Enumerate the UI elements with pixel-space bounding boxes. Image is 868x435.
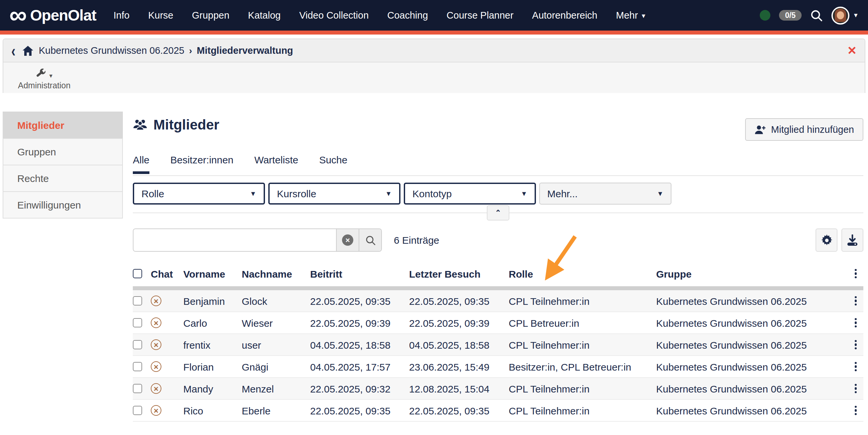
collapse-filters-button[interactable]: ⌃ [487, 205, 509, 220]
row-checkbox[interactable] [133, 406, 142, 415]
page-title: Mitglieder [153, 117, 219, 133]
sidebar-item-label: Einwilligungen [17, 199, 81, 211]
back-chevron-icon[interactable]: ‹ [11, 42, 16, 58]
col-beitritt[interactable]: Beitritt [310, 268, 409, 279]
filter-dropdown[interactable]: Kontotyp ▼ [404, 183, 536, 205]
tab[interactable]: Suche [319, 154, 347, 174]
user-menu[interactable]: ▼ [832, 6, 859, 24]
cell-nachname: Menzel [242, 383, 310, 394]
row-checkbox[interactable] [133, 384, 142, 393]
col-gruppe[interactable]: Gruppe [656, 268, 843, 279]
table-search-row: ✕ 6 Einträge [133, 228, 439, 252]
cell-vorname: Florian [183, 361, 242, 372]
breadcrumb-current: Mitgliederverwaltung [197, 45, 293, 56]
filter-dropdown[interactable]: Rolle ▼ [133, 183, 265, 205]
col-rolle[interactable]: Rolle [509, 268, 656, 279]
column-options-kebab-icon[interactable] [855, 269, 863, 278]
sidebar-item-label: Gruppen [17, 146, 56, 157]
chat-offline-icon[interactable]: ✕ [151, 296, 161, 306]
sidebar-item-label: Rechte [17, 173, 49, 184]
presence-status-icon [760, 10, 770, 21]
chat-offline-icon[interactable]: ✕ [151, 317, 161, 328]
search-icon [365, 235, 376, 245]
nav-more-menu[interactable]: Mehr▼ [616, 10, 647, 21]
chat-offline-icon[interactable]: ✕ [151, 405, 161, 416]
content-area: Mitglieder Gruppen Rechte Einwilligungen [0, 93, 868, 432]
row-actions-kebab-icon[interactable] [855, 383, 863, 393]
chevron-down-icon: ▼ [853, 12, 859, 19]
filter-dropdown[interactable]: Kursrolle ▼ [268, 183, 400, 205]
person-plus-icon [754, 125, 766, 134]
nav-item[interactable]: Gruppen [192, 10, 229, 21]
chat-count-badge[interactable]: 0/5 [779, 10, 802, 21]
cell-gruppe: Kubernetes Grundwissen 06.2025 [656, 361, 843, 372]
sidebar-item[interactable]: Rechte [3, 165, 123, 192]
nav-item[interactable]: Info [114, 10, 129, 21]
nav-item[interactable]: Coaching [387, 10, 428, 21]
chat-offline-icon[interactable]: ✕ [151, 361, 161, 372]
top-navbar: ∞ OpenOlat Info Kurse Gruppen Katalog Vi… [0, 0, 868, 34]
select-all-checkbox[interactable] [133, 269, 142, 278]
cell-rolle: CPL Teilnehmer:in [509, 405, 656, 416]
nav-item[interactable]: Katalog [248, 10, 281, 21]
nav-item[interactable]: Course Planner [446, 10, 514, 21]
sidebar-item[interactable]: Mitglieder [3, 112, 123, 139]
row-checkbox[interactable] [133, 296, 142, 306]
row-checkbox[interactable] [133, 318, 142, 328]
filter-dropdown[interactable]: Mehr... ▼ [539, 183, 672, 205]
breadcrumb: ‹ Kubernetes Grundwissen 06.2025 › Mitgl… [3, 39, 865, 62]
row-checkbox[interactable] [133, 362, 142, 371]
table-header-row: Chat Vorname Nachname Beitritt Letzter B… [133, 264, 863, 283]
close-icon[interactable]: ✕ [847, 43, 857, 57]
chat-offline-icon[interactable]: ✕ [151, 383, 161, 394]
col-letzter-besuch[interactable]: Letzter Besuch [409, 268, 509, 279]
chevron-down-icon: ▼ [48, 73, 54, 79]
search-input[interactable] [133, 229, 336, 251]
nav-item[interactable]: Kurse [148, 10, 173, 21]
tab[interactable]: Alle [133, 154, 149, 174]
chevron-down-icon: ▼ [250, 190, 256, 197]
row-actions-kebab-icon[interactable] [855, 318, 863, 328]
cell-gruppe: Kubernetes Grundwissen 06.2025 [656, 383, 843, 394]
administration-label: Administration [18, 81, 70, 90]
nav-item[interactable]: Video Collection [299, 10, 369, 21]
col-nachname[interactable]: Nachname [242, 268, 310, 279]
cell-gruppe: Kubernetes Grundwissen 06.2025 [656, 405, 843, 416]
row-actions-kebab-icon[interactable] [855, 296, 863, 306]
search-icon[interactable] [810, 9, 823, 22]
breadcrumb-course-link[interactable]: Kubernetes Grundwissen 06.2025 [39, 45, 185, 56]
col-chat[interactable]: Chat [151, 268, 183, 279]
openolat-logo[interactable]: ∞ OpenOlat [9, 6, 96, 24]
cell-rolle: CPL Betreuer:in [509, 317, 656, 329]
table-row: ✕ Florian Gnägi 04.05.2025, 17:57 23.06.… [133, 356, 863, 378]
cell-letzter-besuch: 22.05.2025, 09:39 [409, 317, 509, 329]
clear-search-button[interactable]: ✕ [336, 229, 359, 251]
row-checkbox[interactable] [133, 340, 142, 349]
brand-name: OpenOlat [30, 6, 96, 24]
col-vorname[interactable]: Vorname [183, 268, 242, 279]
filter-row: Rolle ▼ Kursrolle ▼ Kontotyp ▼ Mehr [133, 183, 672, 205]
sidebar-item[interactable]: Gruppen [3, 138, 123, 165]
filter-label: Kursrolle [277, 188, 316, 199]
cell-vorname: Rico [183, 405, 242, 416]
sidebar-item[interactable]: Einwilligungen [3, 191, 123, 218]
table-settings-button[interactable] [815, 228, 837, 252]
export-download-button[interactable] [841, 228, 863, 252]
table-row: ✕ frentix user 04.05.2025, 18:58 04.05.2… [133, 334, 863, 356]
row-actions-kebab-icon[interactable] [855, 340, 863, 349]
tab[interactable]: Warteliste [254, 154, 298, 174]
filter-label: Rolle [142, 188, 164, 199]
home-icon[interactable] [23, 45, 34, 56]
submit-search-button[interactable] [359, 229, 381, 251]
row-actions-kebab-icon[interactable] [855, 405, 863, 415]
add-member-button[interactable]: Mitglied hinzufügen [745, 118, 863, 141]
cell-gruppe: Kubernetes Grundwissen 06.2025 [656, 317, 843, 329]
row-actions-kebab-icon[interactable] [855, 362, 863, 371]
nav-item[interactable]: Autorenbereich [532, 10, 597, 21]
administration-menu[interactable]: ▼ Administration [18, 66, 70, 90]
chevron-down-icon: ▼ [385, 190, 392, 197]
chevron-down-icon: ▼ [641, 12, 647, 19]
sidebar-item-label: Mitglieder [17, 120, 64, 131]
chat-offline-icon[interactable]: ✕ [151, 339, 161, 350]
tab[interactable]: Besitzer:innen [170, 154, 234, 174]
